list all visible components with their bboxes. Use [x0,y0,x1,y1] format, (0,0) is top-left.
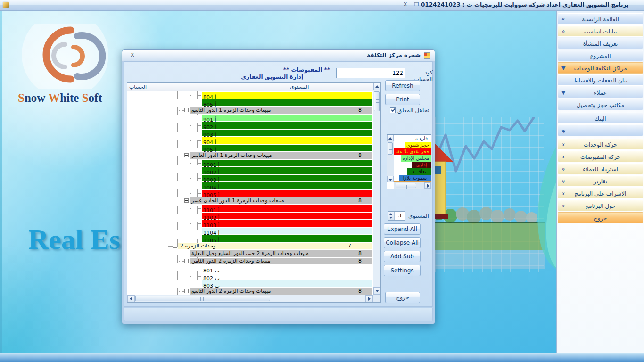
column-header-account[interactable]: الحساب [129,84,147,90]
add-sub-button[interactable]: Add Sub [384,251,421,262]
level-value: 3 [395,212,405,220]
sidebar-item-receipts-movement[interactable]: »حركة المقبوضات [558,151,643,162]
maximize-icon[interactable]: ❐ [413,1,420,8]
sidebar-item-unit-cost-centers[interactable]: ▼مراكز التكلفة للوحدات [558,62,643,74]
tree-row[interactable]: 1002 أ [127,167,373,174]
sidebar-item-basic-data[interactable]: «بيانات اساسية [558,25,643,37]
tree-row[interactable]: 904 أ [127,137,373,144]
tree-row[interactable]: 805 أ [127,99,373,107]
collapse-minus-icon[interactable] [184,259,189,263]
ignore-closed-checkbox[interactable] [390,107,396,113]
grid-header[interactable]: الحساب المستوى [127,83,373,91]
sidebar-item-collapsed-group[interactable]: »▼ [558,125,643,136]
tree-row[interactable]: 804 أ [127,91,373,99]
dialog-minimize-icon[interactable]: ـ [142,50,143,57]
tree-row[interactable]: مبيعات وحدات الزمرة 2 الدور الثامن8 [127,257,373,265]
legend-item[interactable]: سموحة بلازا [394,174,431,181]
tree-row[interactable]: وحدات الزمرة 27 [127,242,373,250]
sidebar-item-clients[interactable]: ▼عملاء [558,87,643,98]
level-spinner[interactable]: 3 [388,211,405,221]
tree-row[interactable]: 905 أ [127,144,373,152]
tree-row[interactable]: مبيعات وحدات الزمرة 1 الدور الحادى عشر8 [127,197,373,205]
scrollbar-thumb[interactable] [396,183,416,188]
sidebar-item-booking-offices[interactable]: مكاتب حجز وتحصيل [558,99,643,110]
collapse-minus-icon[interactable] [173,244,177,248]
tree-row[interactable]: مبيعات وحدات الزمرة 1 الدور العاشر8 [127,152,373,159]
sidebar-item-label: عملاء [594,90,607,96]
expand-all-button[interactable]: Expand All [384,223,421,235]
sidebar-item-about-program[interactable]: »حول البرنامج [558,200,643,211]
legend-item[interactable]: حجز شفوى [394,141,431,148]
tree-row[interactable]: مبيعات وحدات الزمرة 2 حتى الدور السابع و… [127,250,373,257]
refresh-button[interactable]: Refresh [385,80,420,91]
print-button[interactable]: Print [385,94,420,105]
tree-row[interactable]: 1103 أ [127,220,373,227]
dialog-titlebar[interactable]: شجرة مركز التكلفة X ـ [122,50,435,62]
legend-item[interactable]: تعاقـــد [394,168,431,174]
legend-item[interactable]: إدارى [394,161,431,168]
sidebar-item-label: تعريف المنشأة [583,41,618,47]
scroll-up-icon[interactable] [373,83,380,90]
sidebar-item-main-menu[interactable]: «القائمة الرئيسية [558,13,643,25]
sidebar-item-reports[interactable]: »تقارير [558,175,643,187]
legend-item[interactable]: فارغـة [394,135,431,141]
sidebar-item-program-supervision[interactable]: »الاشراف على البرنامج [558,188,643,199]
sidebar-item-bank[interactable]: البنك [558,113,643,124]
collapse-minus-icon[interactable] [184,289,189,293]
sidebar-item-project[interactable]: المشروع [558,50,643,61]
scroll-down-icon[interactable] [387,176,394,182]
scroll-right-icon[interactable] [365,295,373,302]
scrollbar-thumb[interactable] [135,296,270,301]
close-icon[interactable]: X [402,1,409,8]
tree-row[interactable]: 1104 أ [127,227,373,235]
tree-row[interactable]: 901 أ [127,114,373,122]
collapse-minus-icon[interactable] [184,108,189,112]
tree-row[interactable]: 1005 أ [127,189,373,197]
tree-row[interactable]: 1105 أ [127,235,373,242]
tree-row[interactable]: 1003 أ [127,174,373,182]
dialog-close-icon[interactable]: X [131,52,134,58]
account-code-input[interactable]: 122 [336,68,405,78]
background-chart-illustration [421,117,562,272]
tree-row[interactable]: 1101 أ [127,205,373,212]
collapse-all-button[interactable]: Collapse All [384,237,421,248]
tree-row[interactable]: 801 ب [127,265,373,272]
tree-connector [190,193,201,194]
sidebar-item-define-establishment[interactable]: تعريف المنشأة [558,38,643,49]
settings-button[interactable]: Settings [384,265,421,276]
sidebar-item-client-refunds[interactable]: »استرداد للعملاء [558,163,643,174]
scrollbar-thumb[interactable] [374,91,380,111]
collapse-minus-icon[interactable] [184,153,189,157]
collapse-minus-icon[interactable] [184,198,189,203]
spinner-arrows-icon[interactable] [388,212,395,220]
scrollbar-thumb[interactable] [388,142,393,155]
tree-row[interactable]: 1004 أ [127,182,373,189]
legend-horizontal-scrollbar[interactable] [394,182,431,189]
grid-horizontal-scrollbar[interactable] [127,295,373,302]
scroll-right-icon[interactable] [424,182,431,189]
tree-row[interactable]: مبيعات وحدات الزمرة 1 الدور التاسع8 [127,107,373,114]
sidebar-item-payments-installments[interactable]: بيان الدفعات والاقساط [558,74,643,86]
tree-row[interactable]: 803 ب [127,280,373,288]
scroll-up-icon[interactable] [387,135,394,141]
scroll-down-icon[interactable] [373,287,380,295]
legend-item[interactable]: حجز نقدى بلا عقد [394,148,431,155]
tree-row[interactable]: مبيعات وحدات الزمرة 2 الدور التاسع8 [127,288,373,295]
grid-vertical-scrollbar[interactable] [373,83,380,295]
tree-row[interactable]: 1001 أ [127,159,373,167]
legend-item[interactable]: مجلس الإدارة [394,155,431,161]
tree-row[interactable]: 802 ب [127,272,373,280]
scroll-left-icon[interactable] [127,295,135,302]
column-header-level[interactable]: المستوى [290,84,309,90]
group-bar: مبيعات وحدات الزمرة 2 الدور الثامن [190,258,372,264]
legend-vertical-scrollbar[interactable] [387,135,394,182]
tree-row[interactable]: 903 أ [127,129,373,137]
legend-item[interactable] [394,181,431,182]
tree-connector [190,163,201,164]
sidebar-item-exit[interactable]: خروج [558,212,643,223]
tree-row[interactable]: 902 أ [127,122,373,129]
tree-connector [190,216,201,216]
sidebar-item-units-movement[interactable]: »حركة الوحدات [558,139,643,150]
tree-row[interactable]: 1102 أ [127,212,373,220]
dialog-exit-button[interactable]: خروج [385,292,420,303]
